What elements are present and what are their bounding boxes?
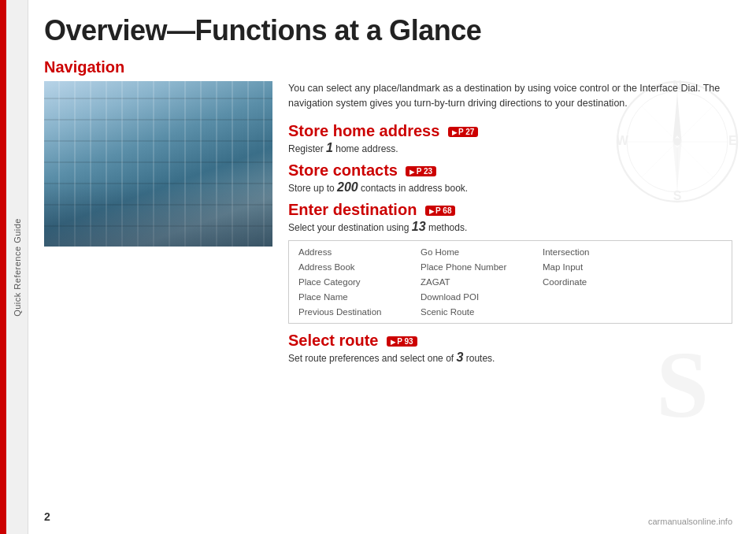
feature-desc-select-route: Set route preferences and select one of … [288, 350, 732, 365]
dest-item-place-name: Place Name [295, 291, 417, 303]
sidebar-label: Quick Reference Guide [13, 218, 22, 317]
feature-title-select-route: Select route [288, 332, 378, 349]
dest-item-address: Address [295, 246, 417, 258]
dest-item-scenic-route: Scenic Route [417, 306, 539, 318]
dest-item-map-input: Map Input [539, 261, 642, 273]
feature-store-home: Store home address P 27 Register 1 home … [288, 122, 732, 155]
image-column [44, 81, 272, 371]
details-column: You can select any place/landmark as a d… [288, 81, 732, 371]
desc-prefix-contacts: Store up to [288, 183, 337, 194]
desc-suffix-contacts: contacts in address book. [358, 183, 468, 194]
dest-item-intersection: Intersection [539, 246, 642, 258]
feature-enter-destination: Enter destination P 68 Select your desti… [288, 201, 732, 234]
destination-methods-list: Address Go Home Intersection Address Boo… [288, 240, 732, 324]
bold-num-home: 1 [326, 141, 333, 154]
page-title: Overview—Functions at a Glance [44, 14, 732, 47]
dest-item-address-book: Address Book [295, 261, 417, 273]
dest-item-previous-destination: Previous Destination [295, 306, 417, 318]
feature-store-contacts: Store contacts P 23 Store up to 200 cont… [288, 161, 732, 195]
feature-desc-store-home: Register 1 home address. [288, 141, 732, 155]
feature-title-enter-destination: Enter destination [288, 201, 417, 218]
dest-item-go-home: Go Home [417, 246, 539, 258]
nav-description: You can select any place/landmark as a d… [288, 81, 729, 111]
desc-suffix-home: home address. [333, 143, 398, 154]
desc-suffix-route: routes. [463, 353, 495, 364]
main-content: N S E W S Overview—Functions at a Glance… [28, 0, 756, 534]
feature-badge-select-route: P 93 [387, 336, 417, 347]
sidebar: Quick Reference Guide [6, 0, 28, 534]
desc-prefix-home: Register [288, 143, 326, 154]
feature-title-store-contacts: Store contacts [288, 161, 398, 179]
page-number: 2 [44, 510, 50, 523]
feature-badge-store-contacts: P 23 [406, 166, 436, 176]
bold-num-contacts: 200 [337, 180, 358, 194]
desc-prefix-dest: Select your destination using [288, 222, 412, 233]
feature-badge-enter-destination: P 68 [425, 206, 456, 216]
building-image [44, 81, 272, 247]
dest-item-download-poi: Download POI [417, 291, 539, 303]
dest-item-place-category: Place Category [295, 276, 417, 288]
dest-item-coordinate: Coordinate [539, 276, 642, 288]
feature-badge-store-home: P 27 [448, 127, 479, 137]
red-accent-bar [0, 0, 6, 534]
dest-item-zagat: ZAGAT [417, 276, 539, 288]
dest-item-empty [539, 291, 642, 303]
bold-num-dest: 13 [412, 220, 426, 233]
section-heading-navigation: Navigation [44, 58, 732, 76]
feature-title-store-home: Store home address [288, 122, 439, 139]
feature-desc-enter-destination: Select your destination using 13 methods… [288, 220, 732, 234]
watermark-logo: carmanualsonline.info [648, 517, 732, 526]
feature-desc-store-contacts: Store up to 200 contacts in address book… [288, 180, 732, 195]
dest-item-empty2 [539, 306, 642, 318]
desc-prefix-route: Set route preferences and select one of [288, 353, 456, 364]
dest-item-place-phone: Place Phone Number [417, 261, 539, 273]
feature-select-route: Select route P 93 Set route preferences … [288, 332, 732, 365]
desc-suffix-dest: methods. [426, 222, 468, 233]
content-area: You can select any place/landmark as a d… [44, 81, 732, 371]
